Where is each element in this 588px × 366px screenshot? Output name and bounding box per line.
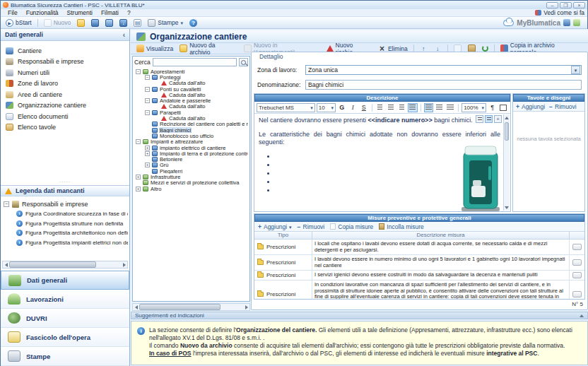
sidebar-nav-item[interactable]: Stampe <box>1 347 129 366</box>
tree-item[interactable]: + Infrastrutture <box>134 174 248 179</box>
toolbar-button[interactable] <box>131 18 143 28</box>
align-left-icon[interactable] <box>375 103 385 112</box>
scroll-right-icon[interactable] <box>123 263 126 267</box>
toolbar-button[interactable]: Nuovo <box>42 18 74 28</box>
sidebar-item[interactable]: Zone di lavoro <box>1 78 129 90</box>
account-icon[interactable] <box>563 19 570 26</box>
legend-item[interactable]: Figura Progettista impianti elettrici no… <box>4 238 128 248</box>
tree-expander-icon[interactable]: − <box>4 201 9 207</box>
tree-item[interactable]: Caduta dall'alto <box>134 115 248 121</box>
toolbar-button[interactable] <box>75 18 87 28</box>
pilcrow-icon[interactable] <box>488 103 498 112</box>
note-button[interactable] <box>572 272 582 278</box>
copia-misure-button[interactable]: Copia misure <box>330 223 373 230</box>
scroll-down-icon[interactable] <box>505 206 509 209</box>
collapse-sidebar-icon[interactable] <box>123 31 125 39</box>
denominazione-input[interactable] <box>305 80 582 90</box>
textbox-icon[interactable] <box>498 103 508 112</box>
sidebar-item[interactable]: Numeri utili <box>1 67 129 78</box>
tree-expander-icon[interactable]: + <box>136 175 141 179</box>
aggiungi-misura-button[interactable]: Aggiungi <box>258 223 292 230</box>
toolbar-button[interactable] <box>117 18 129 28</box>
tree-expander-icon[interactable]: − <box>145 110 150 115</box>
maximize-button[interactable]: ❐ <box>560 2 572 8</box>
sidebar-nav-item[interactable]: Dati generali <box>1 271 129 290</box>
tree-item[interactable]: − Parapetti <box>134 110 248 115</box>
toolbar-button[interactable] <box>37 19 38 27</box>
toolbar-button[interactable]: Visualizza <box>134 44 175 53</box>
aggiungi-tavola-button[interactable]: Aggiungi <box>516 103 545 110</box>
menu-strumenti[interactable]: Strumenti <box>63 9 97 16</box>
rimuovi-misura-button[interactable]: Rimuovi <box>298 223 325 230</box>
tree-horizontal-scrollbar[interactable] <box>132 303 250 311</box>
sidebar-item[interactable]: Elenco documenti <box>1 111 129 122</box>
chevron-down-icon[interactable]: ▾ <box>571 66 580 74</box>
sidebar-horizontal-scrollbar[interactable] <box>2 261 128 268</box>
tree-expander-icon[interactable]: + <box>145 163 150 167</box>
move-icon[interactable]: + <box>494 115 502 123</box>
note-button[interactable] <box>572 259 582 266</box>
image-wrap-icon[interactable] <box>485 115 493 123</box>
legend-item[interactable]: Figura Coordinatore sicurezza in fase di… <box>4 209 128 219</box>
tree-expander-icon[interactable]: + <box>136 187 141 191</box>
font-name-select[interactable]: Trebuchet MS <box>257 103 315 112</box>
vedi-come-si-fa-link[interactable]: Vedi come si fa <box>535 9 584 16</box>
panel-splitter[interactable]: ····· <box>1 180 129 184</box>
tree-item[interactable]: − Ponti su cavalletti <box>134 86 248 92</box>
tree-item[interactable]: − Apprestamenti <box>134 69 248 74</box>
table-row[interactable]: Prescrizioni In condizioni lavorative co… <box>254 281 584 299</box>
toolbar-button[interactable]: bStart <box>4 18 34 28</box>
tree-item[interactable]: Betoniere <box>134 156 248 162</box>
sidebar-nav-item[interactable]: Fascicolo dell'opera <box>1 328 129 347</box>
tree-item[interactable]: + Altro <box>134 186 248 191</box>
align-justify-icon[interactable] <box>408 103 418 112</box>
rimuovi-tavola-button[interactable]: Rimuovi <box>549 103 577 110</box>
zoom-select[interactable]: 100% <box>461 103 486 112</box>
table-row[interactable]: Prescrizioni I lavabi devono essere in n… <box>254 255 584 271</box>
toolbar-button[interactable] <box>103 18 115 28</box>
tree-expander-icon[interactable]: − <box>145 98 150 103</box>
scroll-left-icon[interactable] <box>5 263 8 267</box>
scroll-right-icon[interactable] <box>245 305 248 309</box>
sidebar-item[interactable]: Aree di cantiere <box>1 89 129 100</box>
align-center-icon[interactable] <box>386 103 396 112</box>
tree-expander-icon[interactable]: − <box>145 75 150 80</box>
tree-expander-icon[interactable]: − <box>145 87 150 92</box>
sidebar-item[interactable]: Organizzazione cantiere <box>1 100 129 112</box>
sidebar-nav-item[interactable]: Lavorazioni <box>1 290 129 309</box>
note-button[interactable] <box>572 244 582 250</box>
scrollbar-thumb[interactable] <box>9 261 96 268</box>
note-button[interactable] <box>572 291 582 297</box>
minimize-button[interactable]: – <box>546 2 558 8</box>
sidebar-item[interactable]: Cantiere <box>1 45 129 57</box>
underline-button[interactable]: S <box>359 103 369 112</box>
tree-item[interactable]: + impianto elettrico di cantiere <box>134 145 248 150</box>
toolbar-button[interactable]: Nuovo da archivio <box>177 41 240 57</box>
tree-item[interactable]: Piegaferri <box>134 168 248 174</box>
news-icon[interactable] <box>573 19 580 26</box>
search-icon[interactable] <box>239 58 248 66</box>
bullet-list-icon[interactable] <box>424 103 434 112</box>
bold-button[interactable]: G <box>337 103 347 112</box>
descrizione-editor[interactable]: + Nel cantiere dovranno essere presenti … <box>254 114 510 211</box>
tree-expander-icon[interactable]: + <box>145 151 150 156</box>
tree-expander-icon[interactable]: − <box>136 69 141 74</box>
tree-item[interactable]: + Impianto di terra e di protezione cont… <box>134 150 248 156</box>
numbered-list-icon[interactable] <box>435 103 445 112</box>
tree-item[interactable]: Mezzi e servizi di protezione collettiva <box>134 180 248 186</box>
sidebar-nav-item[interactable]: DUVRI <box>1 309 129 328</box>
align-right-icon[interactable] <box>397 103 407 112</box>
tree-item[interactable]: Bagni chimici <box>134 127 248 133</box>
tree-item[interactable]: Caduta dall'alto <box>134 104 248 110</box>
tree-item[interactable]: − Impianti e attrezzature <box>134 139 248 145</box>
font-size-select[interactable]: 10 <box>317 103 336 112</box>
tree-item[interactable]: Recinzione del cantiere con paletti e re… <box>134 122 248 127</box>
suggerimenti-bar[interactable]: Suggerimenti ed indicazioni <box>131 312 588 319</box>
tree-item[interactable]: − Andatoie e passerelle <box>134 98 248 103</box>
editor-vertical-scrollbar[interactable] <box>503 114 510 211</box>
menu-help[interactable]: ? <box>123 9 135 16</box>
table-row[interactable]: Prescrizioni I locali che ospitano i lav… <box>254 240 584 255</box>
collapse-up-icon[interactable] <box>580 314 584 317</box>
scroll-left-icon[interactable] <box>135 305 138 309</box>
mybluematica-brand[interactable]: MyBlumatica <box>503 19 580 27</box>
